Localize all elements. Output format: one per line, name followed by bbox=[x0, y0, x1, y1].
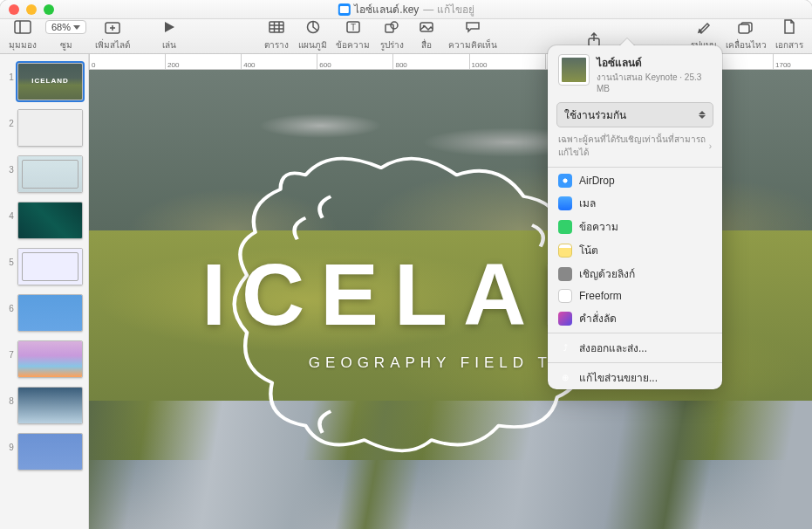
share-popover: ไอซ์แลนด์ งานนำเสนอ Keynote · 25.3 MB ใช… bbox=[548, 45, 722, 389]
document-thumbnail-icon bbox=[558, 54, 590, 86]
share-invite-link[interactable]: เชิญด้วยลิงก์ bbox=[548, 262, 722, 285]
link-icon bbox=[558, 267, 572, 281]
extension-icon: ⊕ bbox=[558, 371, 572, 385]
notes-icon bbox=[558, 244, 572, 258]
zoom-window-button[interactable] bbox=[44, 4, 54, 15]
thumbnail-1[interactable]: 1 ICELAND bbox=[0, 63, 88, 100]
table-button[interactable]: ตาราง bbox=[260, 17, 293, 52]
freeform-icon bbox=[558, 289, 572, 303]
chevron-up-down-icon bbox=[699, 111, 706, 119]
thumbnail-5[interactable]: 5 bbox=[0, 248, 88, 285]
share-export[interactable]: ⤴ส่งออกและส่ง... bbox=[548, 336, 722, 360]
thumbnail-9[interactable]: 9 bbox=[0, 433, 88, 471]
comment-button[interactable]: ความคิดเห็น bbox=[445, 17, 501, 52]
view-button[interactable]: มุมมอง bbox=[5, 17, 40, 52]
zoom-select[interactable]: 68% ซูม bbox=[42, 17, 90, 52]
svg-rect-0 bbox=[15, 21, 31, 33]
play-button[interactable]: เล่น bbox=[149, 17, 189, 52]
slide-navigator[interactable]: 1 ICELAND 2 3 4 5 6 7 8 9 bbox=[0, 54, 89, 529]
share-freeform[interactable]: Freeform bbox=[548, 285, 722, 306]
chart-button[interactable]: แผนภูมิ bbox=[295, 17, 331, 52]
share-mail[interactable]: เมล bbox=[548, 191, 722, 215]
export-icon: ⤴ bbox=[558, 341, 572, 355]
window-controls bbox=[0, 4, 54, 15]
share-mode-select[interactable]: ใช้งานร่วมกัน bbox=[556, 102, 713, 127]
thumbnail-8[interactable]: 8 bbox=[0, 387, 88, 424]
airdrop-icon bbox=[558, 174, 572, 188]
text-button[interactable]: T ข้อความ bbox=[332, 17, 373, 52]
thumbnail-2[interactable]: 2 bbox=[0, 109, 88, 147]
filename: ไอซ์แลนด์.key bbox=[354, 1, 419, 17]
svg-rect-20 bbox=[739, 24, 749, 33]
share-shortcuts[interactable]: คำสั่งลัด bbox=[548, 306, 722, 330]
svg-point-15 bbox=[391, 22, 398, 29]
messages-icon bbox=[558, 220, 572, 234]
shortcuts-icon bbox=[558, 312, 572, 326]
zoom-value: 68% bbox=[45, 20, 86, 34]
svg-text:T: T bbox=[350, 23, 355, 32]
chevron-right-icon: › bbox=[709, 141, 712, 151]
window-title: ไอซ์แลนด์.key — แก้ไขอยู่ bbox=[338, 1, 474, 17]
titlebar: ไอซ์แลนด์.key — แก้ไขอยู่ bbox=[0, 0, 812, 19]
svg-rect-6 bbox=[270, 22, 283, 32]
media-button[interactable]: สื่อ bbox=[410, 17, 443, 52]
share-messages[interactable]: ข้อความ bbox=[548, 215, 722, 238]
mail-icon bbox=[558, 196, 572, 210]
svg-marker-5 bbox=[165, 22, 174, 32]
edit-status: — แก้ไขอยู่ bbox=[423, 1, 474, 17]
share-header: ไอซ์แลนด์ งานนำเสนอ Keynote · 25.3 MB bbox=[548, 45, 722, 100]
close-window-button[interactable] bbox=[9, 4, 19, 15]
add-slide-button[interactable]: เพิ่มสไลด์ bbox=[92, 17, 133, 52]
minimize-window-button[interactable] bbox=[26, 4, 37, 15]
keynote-icon bbox=[338, 3, 350, 16]
thumbnail-7[interactable]: 7 bbox=[0, 340, 88, 378]
share-edit-extensions[interactable]: ⊕แก้ไขส่วนขยาย... bbox=[548, 366, 722, 389]
share-notes[interactable]: โน้ต bbox=[548, 238, 722, 262]
share-doc-name: ไอซ์แลนด์ bbox=[597, 54, 712, 71]
thumbnail-6[interactable]: 6 bbox=[0, 294, 88, 332]
document-button[interactable]: เอกสาร bbox=[772, 17, 807, 52]
animate-button[interactable]: เคลื่อนไหว bbox=[722, 17, 770, 52]
shape-button[interactable]: รูปร่าง bbox=[375, 17, 408, 52]
thumbnail-3[interactable]: 3 bbox=[0, 155, 88, 193]
share-permission-note[interactable]: เฉพาะผู้คนที่ได้รับเชิญเท่านั้นที่สามารถ… bbox=[548, 133, 722, 164]
share-airdrop[interactable]: AirDrop bbox=[548, 170, 722, 191]
thumbnail-4[interactable]: 4 bbox=[0, 202, 88, 239]
